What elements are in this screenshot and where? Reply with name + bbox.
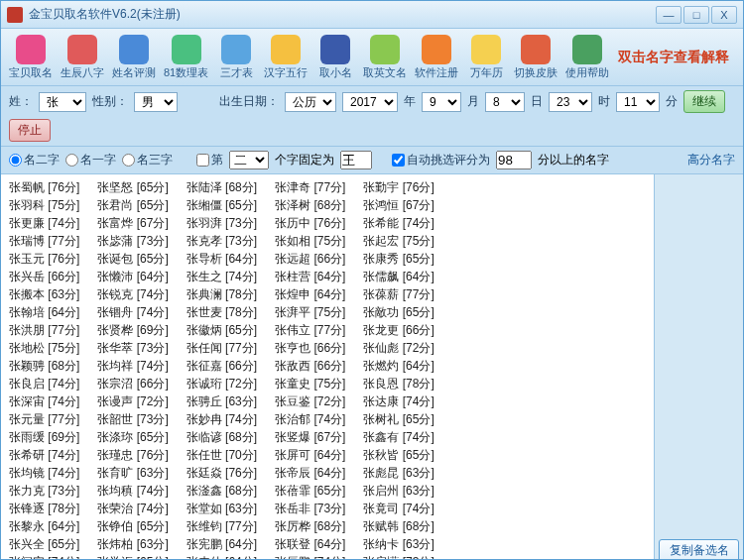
close-button[interactable]: X [711, 6, 737, 24]
name-item[interactable]: 张育旷 [63分] [97, 464, 168, 482]
name-item[interactable]: 张玉元 [76分] [9, 250, 79, 268]
name-item[interactable]: 张赋韩 [68分] [363, 517, 434, 535]
name-item[interactable]: 张廷焱 [76分] [186, 464, 257, 482]
name-item[interactable]: 张临谚 [68分] [186, 428, 257, 446]
name-item[interactable]: 张宗沼 [66分] [97, 375, 168, 392]
name-item[interactable]: 张更廉 [74分] [9, 214, 79, 232]
name-item[interactable]: 张世麦 [78分] [186, 303, 257, 321]
name-item[interactable]: 张荣治 [74分] [97, 500, 168, 517]
name-item[interactable]: 张君尚 [65分] [97, 196, 168, 214]
name-item[interactable]: 张典澜 [78分] [186, 285, 257, 303]
name-item[interactable]: 张儒飙 [64分] [363, 268, 434, 285]
name-item[interactable]: 张蓓霏 [65分] [275, 482, 345, 500]
name-item[interactable]: 张竖爆 [67分] [275, 428, 345, 446]
name-item[interactable]: 张彪昆 [63分] [363, 464, 434, 482]
name-item[interactable]: 张亨也 [66分] [275, 339, 345, 357]
name-item[interactable]: 张鑫有 [74分] [363, 428, 434, 446]
name-item[interactable]: 张津奇 [77分] [275, 178, 345, 196]
name-item[interactable]: 张徽炳 [65分] [186, 321, 257, 339]
day-select[interactable]: 8 [485, 92, 525, 112]
calendar-select[interactable]: 公历 [285, 92, 336, 112]
tool-软件注册[interactable]: 软件注册 [411, 33, 462, 82]
copy-button[interactable]: 复制备选名字 [659, 539, 739, 560]
name-item[interactable]: 张伟立 [77分] [275, 321, 345, 339]
name-item[interactable]: 张力克 [73分] [9, 482, 79, 500]
name-item[interactable]: 张羽湃 [73分] [186, 214, 257, 232]
name-item[interactable]: 张炜柏 [63分] [97, 535, 168, 553]
name-item[interactable]: 张均祥 [74分] [97, 357, 168, 375]
name-item[interactable]: 张泽树 [68分] [275, 196, 345, 214]
name-item[interactable]: 张远超 [66分] [275, 250, 345, 268]
rb-1char[interactable]: 名一字 [65, 152, 116, 168]
name-item[interactable]: 张地松 [75分] [9, 339, 79, 357]
name-item[interactable]: 张树礼 [65分] [363, 410, 434, 428]
name-item[interactable]: 张翰培 [64分] [9, 303, 79, 321]
month-select[interactable]: 9 [422, 92, 461, 112]
name-item[interactable]: 张毖蒲 [73分] [97, 232, 168, 250]
fixed-char-input[interactable] [340, 151, 372, 169]
name-item[interactable]: 张宪鹏 [64分] [186, 535, 257, 553]
name-item[interactable]: 张问安 [74分] [9, 553, 79, 560]
minute-select[interactable]: 11 [616, 92, 660, 112]
name-item[interactable]: 张诚珩 [72分] [186, 375, 257, 392]
name-item[interactable]: 张黎永 [64分] [9, 517, 79, 535]
name-item[interactable]: 张懒沛 [64分] [97, 268, 168, 285]
name-item[interactable]: 张如相 [75分] [275, 232, 345, 250]
name-item[interactable]: 张帝辰 [64分] [275, 464, 345, 482]
name-item[interactable]: 张元量 [77分] [9, 410, 79, 428]
name-item[interactable]: 张仙彪 [72分] [363, 339, 434, 357]
name-item[interactable]: 张兴岳 [66分] [9, 268, 79, 285]
gender-select[interactable]: 男 [134, 92, 178, 112]
name-item[interactable]: 张厉桦 [68分] [275, 517, 345, 535]
name-item[interactable]: 张堂如 [63分] [186, 500, 257, 517]
name-item[interactable]: 张良恩 [78分] [363, 375, 434, 392]
tool-姓名评测[interactable]: 姓名评测 [108, 33, 160, 82]
name-item[interactable]: 张缃僵 [65分] [186, 196, 257, 214]
tool-宝贝取名[interactable]: 宝贝取名 [5, 33, 57, 82]
name-item[interactable]: 张导析 [64分] [186, 250, 257, 268]
tool-生辰八字[interactable]: 生辰八字 [57, 33, 108, 82]
tool-三才表[interactable]: 三才表 [212, 33, 260, 82]
name-item[interactable]: 张谩声 [72分] [97, 392, 168, 410]
stop-button[interactable]: 停止 [9, 119, 51, 142]
tool-取小名[interactable]: 取小名 [311, 33, 359, 82]
minimize-button[interactable]: — [656, 6, 682, 24]
name-item[interactable]: 张湃平 [75分] [275, 303, 345, 321]
name-item[interactable]: 张联登 [64分] [275, 535, 345, 553]
nth-select[interactable]: 二 [229, 151, 269, 169]
name-item[interactable]: 张敌西 [66分] [275, 357, 345, 375]
name-item[interactable]: 张辰鹏 [74分] [275, 553, 345, 560]
name-item[interactable]: 张来仙 [64分] [186, 553, 257, 560]
name-item[interactable]: 张涤珎 [65分] [97, 428, 168, 446]
name-item[interactable]: 张治郁 [74分] [275, 410, 345, 428]
name-item[interactable]: 张柱营 [64分] [275, 268, 345, 285]
name-item[interactable]: 张雨缓 [69分] [9, 428, 79, 446]
name-item[interactable]: 张岳非 [73分] [275, 500, 345, 517]
name-item[interactable]: 张葆薪 [77分] [363, 285, 434, 303]
name-item[interactable]: 张希研 [74分] [9, 446, 79, 464]
name-item[interactable]: 张蜀帆 [76分] [9, 178, 79, 196]
name-item[interactable]: 张启懂 [73分] [363, 553, 434, 560]
name-item[interactable]: 张富烨 [67分] [97, 214, 168, 232]
name-item[interactable]: 张纳卡 [63分] [363, 535, 434, 553]
name-item[interactable]: 张启州 [63分] [363, 482, 434, 500]
tool-万年历[interactable]: 万年历 [462, 33, 510, 82]
name-item[interactable]: 张龙更 [66分] [363, 321, 434, 339]
name-item[interactable]: 张华萃 [73分] [97, 339, 168, 357]
name-item[interactable]: 张鸿恒 [67分] [363, 196, 434, 214]
highscore-link[interactable]: 高分名字 [687, 152, 735, 168]
name-item[interactable]: 张兴全 [65分] [9, 535, 79, 553]
name-item[interactable]: 张良启 [74分] [9, 375, 79, 392]
hour-select[interactable]: 23 [549, 92, 592, 112]
continue-button[interactable]: 继续 [683, 90, 725, 113]
name-item[interactable]: 张克孝 [73分] [186, 232, 257, 250]
name-item[interactable]: 张瑾忠 [76分] [97, 446, 168, 464]
name-item[interactable]: 张任世 [70分] [186, 446, 257, 464]
name-item[interactable]: 张煌申 [64分] [275, 285, 345, 303]
name-item[interactable]: 张锢舟 [74分] [97, 303, 168, 321]
maximize-button[interactable]: □ [683, 6, 709, 24]
name-item[interactable]: 张学汇 [65分] [97, 553, 168, 560]
name-item[interactable]: 张均稹 [74分] [97, 482, 168, 500]
name-item[interactable]: 张勤宇 [76分] [363, 178, 434, 196]
name-item[interactable]: 张希能 [74分] [363, 214, 434, 232]
